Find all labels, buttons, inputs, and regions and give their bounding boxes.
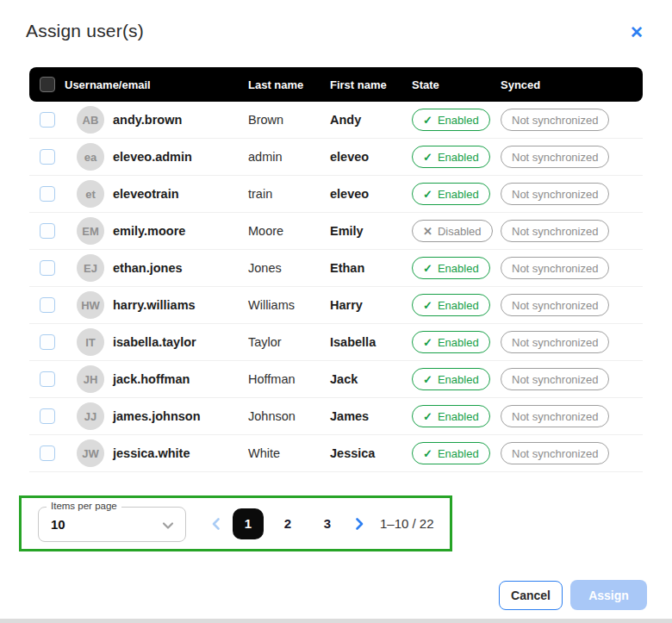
last-name-cell: train xyxy=(248,187,330,201)
table-row[interactable]: HW harry.williams Williams Harry ✓ Enabl… xyxy=(29,287,643,324)
page-button-2[interactable]: 2 xyxy=(272,508,303,539)
state-label: Disabled xyxy=(438,225,482,238)
items-per-page-select[interactable]: Items per page 10 xyxy=(38,507,186,542)
last-name-cell: Jones xyxy=(248,261,330,275)
synced-badge: Not synchronized xyxy=(501,405,609,427)
first-name-cell: James xyxy=(330,409,412,423)
select-all-checkbox[interactable] xyxy=(40,77,55,92)
page-button-3[interactable]: 3 xyxy=(312,508,343,539)
state-label: Enabled xyxy=(438,299,479,312)
row-checkbox[interactable] xyxy=(40,445,55,461)
table-row[interactable]: IT isabella.taylor Taylor Isabella ✓ Ena… xyxy=(29,324,643,361)
first-name-cell: eleveo xyxy=(330,150,412,164)
row-checkbox[interactable] xyxy=(40,334,55,350)
avatar: EJ xyxy=(77,254,104,282)
table-row[interactable]: JJ james.johnson Johnson James ✓ Enabled… xyxy=(29,398,643,435)
table-row[interactable]: JW jessica.white White Jessica ✓ Enabled… xyxy=(29,435,643,472)
row-checkbox[interactable] xyxy=(40,371,55,387)
state-label: Enabled xyxy=(438,114,479,127)
header-checkbox-cell xyxy=(29,77,65,92)
table-row[interactable]: AB andy.brown Brown Andy ✓ Enabled Not s… xyxy=(29,102,643,139)
username-cell: emily.moore xyxy=(113,224,185,238)
synced-label: Not synchronized xyxy=(512,373,598,386)
synced-badge: Not synchronized xyxy=(501,257,609,279)
synced-badge: Not synchronized xyxy=(501,183,609,205)
last-name-cell: admin xyxy=(248,150,330,164)
previous-page-icon[interactable] xyxy=(204,512,228,536)
state-icon: ✓ xyxy=(423,300,432,311)
synced-badge: Not synchronized xyxy=(501,331,609,353)
table-row[interactable]: EJ ethan.jones Jones Ethan ✓ Enabled Not… xyxy=(29,250,643,287)
username-cell: harry.williams xyxy=(113,298,196,312)
table-row[interactable]: ea eleveo.admin admin eleveo ✓ Enabled N… xyxy=(29,139,643,176)
close-icon[interactable]: ✕ xyxy=(625,21,648,43)
avatar: JW xyxy=(77,439,104,467)
row-checkbox[interactable] xyxy=(40,149,55,165)
synced-label: Not synchronized xyxy=(512,114,598,127)
table-row[interactable]: EM emily.moore Moore Emily ✕ Disabled No… xyxy=(29,213,643,250)
first-name-cell: eleveo xyxy=(330,187,412,201)
row-checkbox[interactable] xyxy=(40,112,55,128)
state-label: Enabled xyxy=(438,188,479,201)
username-cell: isabella.taylor xyxy=(113,335,196,349)
state-icon: ✓ xyxy=(423,448,432,459)
avatar: ea xyxy=(77,143,104,171)
assign-users-dialog: Assign user(s) ✕ Username/email Last nam… xyxy=(0,0,672,623)
table-row[interactable]: JH jack.hoffman Hoffman Jack ✓ Enabled N… xyxy=(29,361,643,398)
state-icon: ✓ xyxy=(423,152,432,163)
state-icon: ✓ xyxy=(423,337,432,348)
page-button-1[interactable]: 1 xyxy=(233,508,264,539)
state-badge: ✓ Enabled xyxy=(412,442,490,464)
state-label: Enabled xyxy=(438,373,479,386)
state-badge: ✓ Enabled xyxy=(412,183,490,205)
row-checkbox[interactable] xyxy=(40,223,55,239)
state-badge: ✓ Enabled xyxy=(412,109,490,131)
username-cell: jessica.white xyxy=(113,446,190,460)
state-badge: ✓ Enabled xyxy=(412,405,490,427)
state-label: Enabled xyxy=(438,410,479,423)
row-checkbox[interactable] xyxy=(40,408,55,424)
synced-badge: Not synchronized xyxy=(501,294,609,316)
state-badge: ✓ Enabled xyxy=(412,146,490,168)
page-range-label: 1–10 / 22 xyxy=(380,516,434,531)
state-badge: ✓ Enabled xyxy=(412,294,490,316)
state-icon: ✓ xyxy=(423,411,432,422)
table-header-row: Username/email Last name First name Stat… xyxy=(29,67,643,102)
table-row[interactable]: et eleveotrain train eleveo ✓ Enabled No… xyxy=(29,176,643,213)
last-name-cell: Williams xyxy=(248,298,330,312)
header-state: State xyxy=(412,78,501,91)
assign-button[interactable]: Assign xyxy=(570,580,647,610)
header-last-name: Last name xyxy=(248,78,330,91)
page-buttons: 123 xyxy=(228,508,347,539)
avatar: JJ xyxy=(77,402,104,430)
avatar: EM xyxy=(77,217,104,245)
synced-badge: Not synchronized xyxy=(501,220,609,242)
last-name-cell: White xyxy=(248,446,330,460)
state-label: Enabled xyxy=(438,447,479,460)
state-icon: ✕ xyxy=(423,226,432,237)
username-cell: eleveotrain xyxy=(113,187,179,201)
synced-label: Not synchronized xyxy=(512,299,598,312)
synced-label: Not synchronized xyxy=(512,188,598,201)
chevron-down-icon xyxy=(161,519,175,536)
first-name-cell: Harry xyxy=(330,298,412,312)
avatar: HW xyxy=(77,291,104,319)
last-name-cell: Brown xyxy=(248,113,330,127)
row-checkbox[interactable] xyxy=(40,186,55,202)
synced-label: Not synchronized xyxy=(512,262,598,275)
synced-label: Not synchronized xyxy=(512,336,598,349)
synced-label: Not synchronized xyxy=(512,151,598,164)
next-page-icon[interactable] xyxy=(347,512,371,536)
pagination-highlight-box: Items per page 10 123 1–10 / 22 xyxy=(19,495,452,551)
row-checkbox[interactable] xyxy=(40,297,55,313)
synced-label: Not synchronized xyxy=(512,447,598,460)
last-name-cell: Johnson xyxy=(248,409,330,423)
state-label: Enabled xyxy=(438,151,479,164)
cancel-button[interactable]: Cancel xyxy=(499,581,563,610)
synced-label: Not synchronized xyxy=(512,410,598,423)
username-cell: ethan.jones xyxy=(113,261,183,275)
header-first-name: First name xyxy=(330,78,412,91)
state-icon: ✓ xyxy=(423,374,432,385)
items-per-page-label: Items per page xyxy=(47,501,121,511)
row-checkbox[interactable] xyxy=(40,260,55,276)
